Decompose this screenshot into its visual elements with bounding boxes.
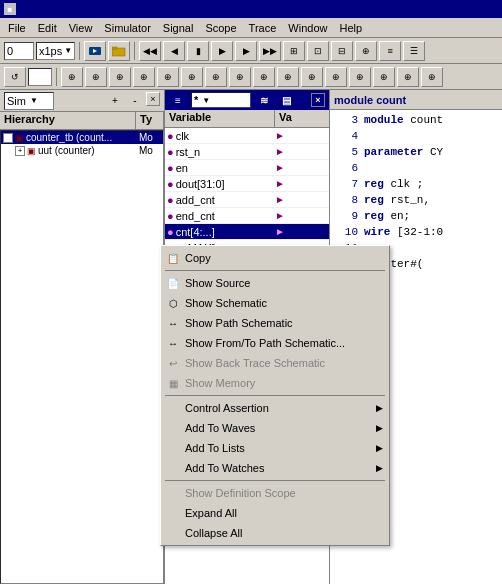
tb2-btn-13[interactable]: ⊕ [325, 67, 347, 87]
icon-btn-3[interactable]: ▮ [187, 41, 209, 61]
zoom-unit-arrow[interactable]: ▼ [64, 46, 72, 55]
ctx-sep-3 [165, 480, 385, 481]
ctx-copy[interactable]: 📋 Copy [161, 248, 389, 268]
left-panel: Sim ▼ + - × Hierarchy Ty - ▣ counter_tb … [0, 90, 165, 584]
left-collapse-btn[interactable]: - [126, 92, 144, 110]
menu-help[interactable]: Help [333, 20, 368, 36]
restart-btn[interactable] [84, 41, 106, 61]
var-row-rst-n[interactable]: ●rst_n ► [165, 144, 329, 160]
tb2-btn-10[interactable]: ⊕ [253, 67, 275, 87]
icon-btn-9[interactable]: ⊟ [331, 41, 353, 61]
icon-btn-1[interactable]: ◀◀ [139, 41, 161, 61]
menu-file[interactable]: File [2, 20, 32, 36]
ctx-add-to-waves[interactable]: Add To Waves [161, 418, 389, 438]
ctx-show-path-label: Show Path Schematic [185, 317, 293, 329]
ctx-add-to-watches[interactable]: Add To Watches [161, 458, 389, 478]
tree-item-counter-tb[interactable]: - ▣ counter_tb (count... Mo [1, 131, 163, 144]
var-row-cnt[interactable]: ●cnt[4:...] ► [165, 224, 329, 240]
tb2-btn-15[interactable]: ⊕ [373, 67, 395, 87]
open-btn[interactable] [108, 41, 130, 61]
var-sort[interactable]: ≋ [255, 91, 273, 109]
ctx-show-fromto[interactable]: ↔ Show From/To Path Schematic... [161, 333, 389, 353]
tb2-btn-3[interactable]: ⊕ [85, 67, 107, 87]
icon-btn-11[interactable]: ≡ [379, 41, 401, 61]
tb2-btn-1[interactable]: ↺ [4, 67, 26, 87]
ctx-show-schematic[interactable]: ⬡ Show Schematic [161, 293, 389, 313]
tb2-btn-5[interactable]: ⊕ [133, 67, 155, 87]
icon-btn-6[interactable]: ▶▶ [259, 41, 281, 61]
var-row-en[interactable]: ●en ► [165, 160, 329, 176]
icon-btn-2[interactable]: ◀ [163, 41, 185, 61]
tb2-btn-14[interactable]: ⊕ [349, 67, 371, 87]
ctx-copy-label: Copy [185, 252, 211, 264]
menu-edit[interactable]: Edit [32, 20, 63, 36]
ctx-collapse-all[interactable]: Collapse All [161, 523, 389, 543]
menu-window[interactable]: Window [282, 20, 333, 36]
ctx-expand-all[interactable]: Expand All [161, 503, 389, 523]
var-name-dout: dout[31:0] [176, 178, 225, 190]
tb2-btn-16[interactable]: ⊕ [397, 67, 419, 87]
var-row-end-cnt[interactable]: ●end_cnt ► [165, 208, 329, 224]
var-val-cnt: ► [275, 226, 285, 237]
icon-btn-4[interactable]: ▶ [211, 41, 233, 61]
sim-arrow[interactable]: ▼ [30, 96, 38, 105]
var-row-add-cnt[interactable]: ●add_cnt ► [165, 192, 329, 208]
icon-btn-8[interactable]: ⊡ [307, 41, 329, 61]
show-fromto-icon: ↔ [165, 335, 181, 351]
ctx-show-fromto-label: Show From/To Path Schematic... [185, 337, 345, 349]
copy-icon: 📋 [165, 250, 181, 266]
filter-arrow[interactable]: ▼ [202, 96, 210, 105]
tb2-btn-17[interactable]: ⊕ [421, 67, 443, 87]
tb2-btn-7[interactable]: ⊕ [181, 67, 203, 87]
tb2-btn-11[interactable]: ⊕ [277, 67, 299, 87]
show-source-icon: 📄 [165, 275, 181, 291]
tb2-btn-9[interactable]: ⊕ [229, 67, 251, 87]
icon-btn-5[interactable]: ▶ [235, 41, 257, 61]
title-bar: ■ [0, 0, 502, 18]
tb2-btn-2[interactable]: ⊕ [61, 67, 83, 87]
tb2-btn-4[interactable]: ⊕ [109, 67, 131, 87]
zoom-value-input[interactable] [4, 42, 34, 60]
ctx-add-watches-label: Add To Watches [185, 462, 265, 474]
tb2-btn-6[interactable]: ⊕ [157, 67, 179, 87]
tb2-btn-12[interactable]: ⊕ [301, 67, 323, 87]
var-filter[interactable]: * ▼ [191, 92, 251, 108]
ctx-add-to-lists[interactable]: Add To Lists [161, 438, 389, 458]
menu-scope[interactable]: Scope [199, 20, 242, 36]
var-more[interactable]: ▤ [277, 91, 295, 109]
var-row-dout[interactable]: ●dout[31:0] ► [165, 176, 329, 192]
sim-input[interactable] [28, 68, 52, 86]
ctx-show-path[interactable]: ↔ Show Path Schematic [161, 313, 389, 333]
tree-type-counter-tb: Mo [139, 132, 161, 143]
left-close-btn[interactable]: × [146, 92, 160, 106]
tree-item-uut[interactable]: + ▣ uut (counter) Mo [1, 144, 163, 157]
ctx-memory-label: Show Memory [185, 377, 255, 389]
signal-dot-add: ● [167, 194, 174, 206]
ctx-show-definition: Show Definition Scope [161, 483, 389, 503]
ctx-control-assertion[interactable]: Control Assertion [161, 398, 389, 418]
signal-dot-en: ● [167, 162, 174, 174]
menu-simulator[interactable]: Simulator [98, 20, 156, 36]
ctx-show-backtrace: ↩ Show Back Trace Schematic [161, 353, 389, 373]
icon-btn-7[interactable]: ⊞ [283, 41, 305, 61]
var-icon[interactable]: ≡ [169, 91, 187, 109]
sim-combo[interactable]: Sim ▼ [4, 92, 54, 110]
hierarchy-tree[interactable]: - ▣ counter_tb (count... Mo + ▣ uut (cou… [0, 130, 164, 584]
ctx-show-source[interactable]: 📄 Show Source [161, 273, 389, 293]
menu-signal[interactable]: Signal [157, 20, 200, 36]
tree-toggle-counter-tb[interactable]: - [3, 133, 13, 143]
menu-view[interactable]: View [63, 20, 99, 36]
mid-close-btn[interactable]: × [311, 93, 325, 107]
tree-toggle-uut[interactable]: + [15, 146, 25, 156]
code-line-9: reg en; [364, 208, 498, 224]
tb2-btn-8[interactable]: ⊕ [205, 67, 227, 87]
col-hierarchy: Hierarchy [0, 112, 136, 129]
icon-btn-12[interactable]: ☰ [403, 41, 425, 61]
left-expand-btn[interactable]: + [106, 92, 124, 110]
icon-btn-10[interactable]: ⊕ [355, 41, 377, 61]
memory-icon: ▦ [165, 375, 181, 391]
ctx-control-assertion-label: Control Assertion [185, 402, 269, 414]
menu-trace[interactable]: Trace [243, 20, 283, 36]
var-row-clk[interactable]: ●clk ► [165, 128, 329, 144]
mid-header: ≡ * ▼ ≋ ▤ × [165, 90, 329, 110]
